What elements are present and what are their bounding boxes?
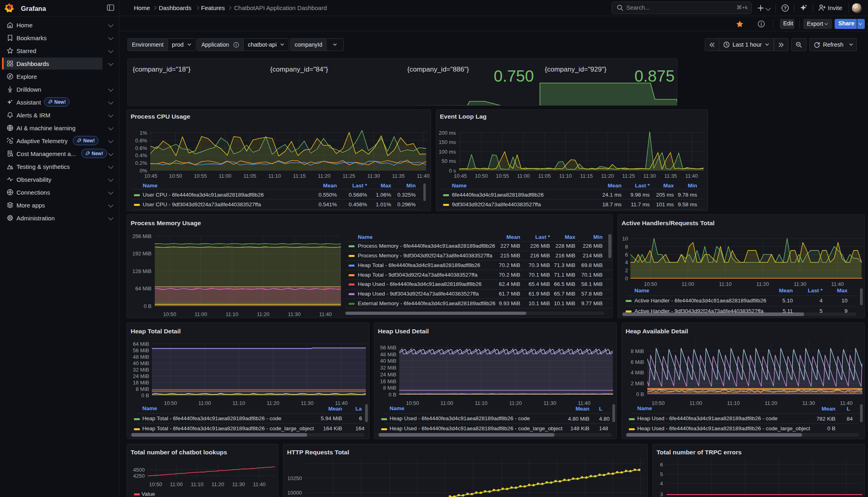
svg-text:k6: k6 [10,167,13,169]
svg-text:?: ? [784,6,787,10]
